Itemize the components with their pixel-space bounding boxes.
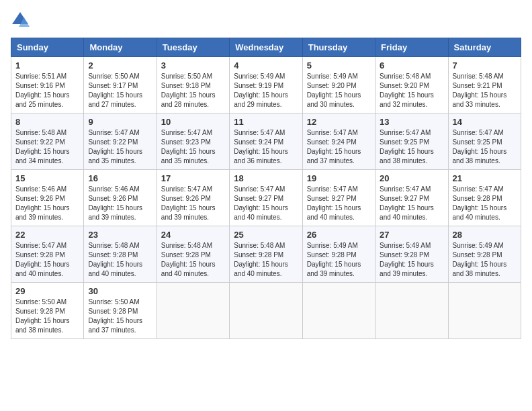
day-info: Sunrise: 5:50 AMSunset: 9:17 PMDaylight:…: [88, 73, 142, 108]
calendar-cell: 6 Sunrise: 5:48 AMSunset: 9:20 PMDayligh…: [375, 57, 448, 113]
day-number: 8: [15, 117, 79, 127]
day-number: 13: [380, 117, 443, 127]
calendar-cell: [448, 283, 521, 339]
week-row-4: 22 Sunrise: 5:47 AMSunset: 9:28 PMDaylig…: [11, 226, 521, 283]
day-number: 1: [15, 60, 79, 71]
day-info: Sunrise: 5:47 AMSunset: 9:27 PMDaylight:…: [380, 185, 434, 221]
day-number: 11: [234, 117, 298, 127]
calendar-cell: 12 Sunrise: 5:47 AMSunset: 9:24 PMDaylig…: [302, 113, 375, 170]
day-number: 14: [453, 117, 517, 127]
day-number: 12: [307, 117, 371, 127]
day-number: 22: [15, 230, 79, 240]
day-info: Sunrise: 5:49 AMSunset: 9:28 PMDaylight:…: [307, 242, 361, 277]
calendar-cell: 11 Sunrise: 5:47 AMSunset: 9:24 PMDaylig…: [230, 113, 302, 170]
day-info: Sunrise: 5:50 AMSunset: 9:18 PMDaylight:…: [161, 73, 216, 108]
calendar-cell: 15 Sunrise: 5:46 AMSunset: 9:26 PMDaylig…: [11, 170, 84, 226]
day-number: 7: [453, 60, 517, 71]
calendar-cell: 13 Sunrise: 5:47 AMSunset: 9:25 PMDaylig…: [375, 113, 448, 170]
week-row-1: 1 Sunrise: 5:51 AMSunset: 9:16 PMDayligh…: [11, 57, 521, 113]
day-info: Sunrise: 5:47 AMSunset: 9:25 PMDaylight:…: [453, 129, 507, 165]
logo: [11, 11, 32, 30]
calendar-cell: 30 Sunrise: 5:50 AMSunset: 9:28 PMDaylig…: [84, 283, 157, 339]
day-number: 26: [307, 230, 371, 240]
day-info: Sunrise: 5:47 AMSunset: 9:27 PMDaylight:…: [234, 185, 288, 221]
day-info: Sunrise: 5:48 AMSunset: 9:28 PMDaylight:…: [88, 242, 142, 277]
day-info: Sunrise: 5:50 AMSunset: 9:28 PMDaylight:…: [15, 298, 70, 334]
day-info: Sunrise: 5:48 AMSunset: 9:28 PMDaylight:…: [234, 242, 288, 277]
day-number: 4: [234, 60, 298, 71]
day-info: Sunrise: 5:48 AMSunset: 9:28 PMDaylight:…: [161, 242, 216, 277]
day-number: 9: [88, 117, 152, 127]
day-number: 5: [307, 60, 371, 71]
day-number: 28: [453, 230, 517, 240]
week-row-2: 8 Sunrise: 5:48 AMSunset: 9:22 PMDayligh…: [11, 113, 521, 170]
day-info: Sunrise: 5:48 AMSunset: 9:21 PMDaylight:…: [453, 73, 507, 108]
logo-icon: [11, 11, 30, 30]
day-info: Sunrise: 5:47 AMSunset: 9:24 PMDaylight:…: [307, 129, 361, 165]
weekday-header-sunday: Sunday: [11, 38, 84, 57]
day-number: 17: [161, 173, 225, 183]
day-info: Sunrise: 5:49 AMSunset: 9:20 PMDaylight:…: [307, 73, 361, 108]
day-number: 16: [88, 173, 152, 183]
day-number: 23: [88, 230, 152, 240]
week-row-3: 15 Sunrise: 5:46 AMSunset: 9:26 PMDaylig…: [11, 170, 521, 226]
calendar-cell: 14 Sunrise: 5:47 AMSunset: 9:25 PMDaylig…: [448, 113, 521, 170]
calendar-cell: 23 Sunrise: 5:48 AMSunset: 9:28 PMDaylig…: [84, 226, 157, 283]
day-info: Sunrise: 5:47 AMSunset: 9:22 PMDaylight:…: [88, 129, 142, 165]
calendar-cell: 24 Sunrise: 5:48 AMSunset: 9:28 PMDaylig…: [157, 226, 229, 283]
header: [11, 11, 521, 30]
day-info: Sunrise: 5:47 AMSunset: 9:28 PMDaylight:…: [15, 242, 70, 277]
day-info: Sunrise: 5:47 AMSunset: 9:23 PMDaylight:…: [161, 129, 216, 165]
calendar-cell: [230, 283, 302, 339]
day-info: Sunrise: 5:49 AMSunset: 9:19 PMDaylight:…: [234, 73, 288, 108]
day-number: 18: [234, 173, 298, 183]
calendar-cell: 25 Sunrise: 5:48 AMSunset: 9:28 PMDaylig…: [230, 226, 302, 283]
day-info: Sunrise: 5:48 AMSunset: 9:20 PMDaylight:…: [380, 73, 434, 108]
day-number: 21: [453, 173, 517, 183]
day-info: Sunrise: 5:51 AMSunset: 9:16 PMDaylight:…: [15, 73, 70, 108]
week-row-5: 29 Sunrise: 5:50 AMSunset: 9:28 PMDaylig…: [11, 283, 521, 339]
calendar-cell: 1 Sunrise: 5:51 AMSunset: 9:16 PMDayligh…: [11, 57, 84, 113]
calendar-cell: 7 Sunrise: 5:48 AMSunset: 9:21 PMDayligh…: [448, 57, 521, 113]
calendar-cell: 28 Sunrise: 5:49 AMSunset: 9:28 PMDaylig…: [448, 226, 521, 283]
calendar-cell: 5 Sunrise: 5:49 AMSunset: 9:20 PMDayligh…: [302, 57, 375, 113]
day-info: Sunrise: 5:46 AMSunset: 9:26 PMDaylight:…: [15, 185, 70, 221]
calendar-cell: 3 Sunrise: 5:50 AMSunset: 9:18 PMDayligh…: [157, 57, 229, 113]
weekday-header-saturday: Saturday: [448, 38, 521, 57]
day-info: Sunrise: 5:48 AMSunset: 9:22 PMDaylight:…: [15, 129, 70, 165]
calendar-table: SundayMondayTuesdayWednesdayThursdayFrid…: [11, 38, 521, 339]
weekday-header-row: SundayMondayTuesdayWednesdayThursdayFrid…: [11, 38, 521, 57]
calendar-cell: 21 Sunrise: 5:47 AMSunset: 9:28 PMDaylig…: [448, 170, 521, 226]
calendar-cell: 20 Sunrise: 5:47 AMSunset: 9:27 PMDaylig…: [375, 170, 448, 226]
calendar-cell: 4 Sunrise: 5:49 AMSunset: 9:19 PMDayligh…: [230, 57, 302, 113]
calendar-cell: 29 Sunrise: 5:50 AMSunset: 9:28 PMDaylig…: [11, 283, 84, 339]
day-info: Sunrise: 5:47 AMSunset: 9:25 PMDaylight:…: [380, 129, 434, 165]
calendar-cell: [302, 283, 375, 339]
day-info: Sunrise: 5:47 AMSunset: 9:24 PMDaylight:…: [234, 129, 288, 165]
day-number: 6: [380, 60, 443, 71]
day-info: Sunrise: 5:46 AMSunset: 9:26 PMDaylight:…: [88, 185, 142, 221]
day-number: 27: [380, 230, 443, 240]
day-number: 24: [161, 230, 225, 240]
day-info: Sunrise: 5:47 AMSunset: 9:28 PMDaylight:…: [453, 185, 507, 221]
weekday-header-thursday: Thursday: [302, 38, 375, 57]
calendar-cell: 2 Sunrise: 5:50 AMSunset: 9:17 PMDayligh…: [84, 57, 157, 113]
day-number: 30: [88, 286, 152, 296]
calendar-cell: 26 Sunrise: 5:49 AMSunset: 9:28 PMDaylig…: [302, 226, 375, 283]
day-number: 3: [161, 60, 225, 71]
weekday-header-friday: Friday: [375, 38, 448, 57]
calendar-cell: 22 Sunrise: 5:47 AMSunset: 9:28 PMDaylig…: [11, 226, 84, 283]
calendar-cell: 16 Sunrise: 5:46 AMSunset: 9:26 PMDaylig…: [84, 170, 157, 226]
day-number: 10: [161, 117, 225, 127]
day-info: Sunrise: 5:50 AMSunset: 9:28 PMDaylight:…: [88, 298, 142, 334]
day-number: 2: [88, 60, 152, 71]
day-number: 20: [380, 173, 443, 183]
weekday-header-tuesday: Tuesday: [157, 38, 229, 57]
calendar-cell: [157, 283, 229, 339]
calendar-cell: 18 Sunrise: 5:47 AMSunset: 9:27 PMDaylig…: [230, 170, 302, 226]
calendar-cell: 27 Sunrise: 5:49 AMSunset: 9:28 PMDaylig…: [375, 226, 448, 283]
calendar-cell: 17 Sunrise: 5:47 AMSunset: 9:26 PMDaylig…: [157, 170, 229, 226]
weekday-header-monday: Monday: [84, 38, 157, 57]
weekday-header-wednesday: Wednesday: [230, 38, 302, 57]
day-number: 19: [307, 173, 371, 183]
